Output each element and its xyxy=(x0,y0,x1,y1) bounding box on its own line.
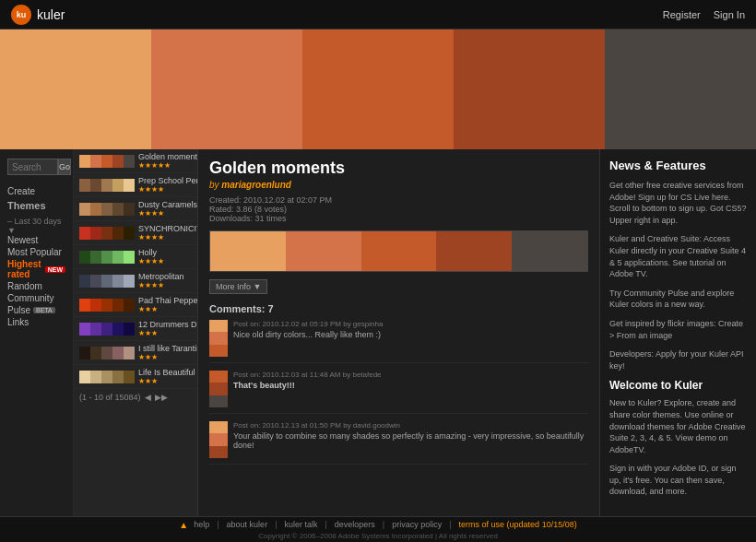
detail-preview xyxy=(209,230,588,272)
more-info-button[interactable]: More Info ▼ xyxy=(209,279,267,294)
theme-stars: ★★★★ xyxy=(138,209,197,218)
theme-stars: ★★★ xyxy=(138,329,198,337)
signin-link[interactable]: Sign In xyxy=(714,9,745,20)
detail-rated: Rated: 3.86 (8 votes) xyxy=(209,205,588,214)
theme-name: Dusty Caramels xyxy=(138,200,197,209)
news-item: Get other free creative services from Ad… xyxy=(609,180,747,226)
theme-list: Golden moments★★★★★Prep School Penda...★… xyxy=(74,149,198,516)
theme-swatch xyxy=(79,203,90,216)
sidebar-item-community[interactable]: Community xyxy=(7,293,65,303)
footer-link[interactable]: privacy policy xyxy=(392,520,442,529)
comment-color xyxy=(209,395,228,407)
comment-color xyxy=(209,332,228,344)
comment-color xyxy=(209,446,228,458)
detail-meta: Created: 2010.12.02 at 02:07 PM Rated: 3… xyxy=(209,195,588,223)
news-item: Get inspired by flickr images: Create > … xyxy=(609,318,747,341)
search-icon: Go xyxy=(59,162,70,171)
search-button[interactable]: Go xyxy=(58,159,71,175)
sidebar-item-random[interactable]: Random xyxy=(7,281,65,291)
sidebar-item-pulse[interactable]: Pulse BETA xyxy=(7,305,65,315)
kuler-logo-icon: ku xyxy=(11,5,31,25)
theme-swatch xyxy=(112,251,124,264)
sidebar-item-newest[interactable]: Newest xyxy=(7,235,65,245)
comment-date: Post on: 2010.12.02 at 05:19 PM by gespi… xyxy=(233,320,383,328)
register-link[interactable]: Register xyxy=(663,9,701,20)
theme-swatch xyxy=(79,179,90,192)
theme-swatch xyxy=(112,179,124,192)
comment-date: Post on: 2010.12.13 at 01:50 PM by david… xyxy=(233,421,588,430)
theme-name: Pad Thai Peppers xyxy=(138,296,198,305)
comments-title: Comments: 7 xyxy=(209,303,588,314)
theme-list-item[interactable]: Holly★★★★ xyxy=(74,245,197,269)
theme-list-item[interactable]: Pad Thai Peppers★★★ xyxy=(74,293,197,317)
theme-swatches xyxy=(79,347,135,359)
theme-swatches xyxy=(79,203,135,216)
comment-color xyxy=(209,345,228,357)
theme-swatches xyxy=(79,179,135,192)
hero-color-swatch xyxy=(0,29,151,149)
theme-list-item[interactable]: Life Is Beautiful (…★★★ xyxy=(74,365,197,389)
theme-swatch xyxy=(101,275,112,288)
theme-stars: ★★★★ xyxy=(138,257,192,265)
detail-header: Golden moments by mariagroenlund Created… xyxy=(209,159,588,303)
theme-swatch xyxy=(90,155,101,168)
comments-section: Comments: 7 Post on: 2010.12.02 at 05:19… xyxy=(209,303,588,465)
theme-swatch xyxy=(124,251,135,264)
theme-swatch xyxy=(79,299,90,312)
sidebar-item-most-popular[interactable]: Most Popular xyxy=(7,247,65,257)
theme-swatch xyxy=(112,323,124,336)
hero-color-strip xyxy=(0,29,756,149)
footer-link[interactable]: terms of use (updated 10/15/08) xyxy=(459,520,577,529)
news-panel: News & Features Get other free creative … xyxy=(599,149,756,516)
theme-swatch xyxy=(90,275,101,288)
theme-swatch xyxy=(124,275,135,288)
theme-stars: ★★★★ xyxy=(138,185,198,194)
theme-swatch xyxy=(112,299,124,312)
preview-swatch xyxy=(210,231,286,271)
footer-link[interactable]: about kuler xyxy=(227,520,268,529)
footer-copyright: Copyright © 2006–2008 Adobe Systems Inco… xyxy=(258,532,498,540)
theme-swatch xyxy=(112,371,124,383)
preview-swatch xyxy=(361,231,437,271)
theme-list-item[interactable]: I still like Tarantino★★★ xyxy=(74,341,197,365)
theme-swatch xyxy=(90,251,101,264)
prev-page[interactable]: ◀ xyxy=(145,393,151,402)
theme-swatch xyxy=(112,155,124,168)
theme-swatch xyxy=(101,251,112,264)
sidebar-item-links[interactable]: Links xyxy=(7,317,65,327)
comment-color xyxy=(209,383,228,395)
theme-list-item[interactable]: Prep School Penda...★★★★ xyxy=(74,173,197,197)
theme-list-item[interactable]: Golden moments★★★★★ xyxy=(74,149,197,173)
footer-link[interactable]: kuler talk xyxy=(284,520,317,529)
logo-area: ku kuler xyxy=(11,5,65,25)
theme-list-item[interactable]: Metropolitan★★★★ xyxy=(74,269,197,293)
theme-name: Holly xyxy=(138,248,192,257)
search-box: Go xyxy=(7,159,65,175)
next-page[interactable]: ▶▶ xyxy=(155,393,168,402)
signin-text: Sign in with your Adobe ID, or sign up, … xyxy=(609,463,747,498)
theme-list-item[interactable]: 12 Drummers Dru...★★★ xyxy=(74,317,197,341)
footer-link[interactable]: help xyxy=(194,520,209,529)
sidebar-item-highest-rated[interactable]: Highest rated NEW xyxy=(7,259,65,279)
theme-stars: ★★★ xyxy=(138,377,198,385)
theme-swatch xyxy=(101,227,112,240)
theme-list-item[interactable]: SYNCHRONICITY★★★★ xyxy=(74,221,197,245)
detail-author-name[interactable]: mariagroenlund xyxy=(221,180,291,190)
theme-swatch xyxy=(124,203,135,216)
theme-list-item[interactable]: Dusty Caramels★★★★ xyxy=(74,197,197,221)
theme-swatches xyxy=(79,251,135,264)
comment-swatch xyxy=(209,320,228,357)
theme-swatch xyxy=(101,179,112,192)
theme-swatch xyxy=(79,347,90,359)
sidebar: Go Create Themes – Last 30 days ▼ Newest… xyxy=(0,149,74,516)
theme-swatch xyxy=(112,227,124,240)
welcome-title: Welcome to Kuler xyxy=(609,379,747,392)
sidebar-item-create[interactable]: Create xyxy=(7,186,65,196)
main-content: Go Create Themes – Last 30 days ▼ Newest… xyxy=(0,149,756,516)
footer-link[interactable]: developers xyxy=(335,520,375,529)
theme-swatch xyxy=(124,179,135,192)
footer-links: help|about kuler|kuler talk|developers|p… xyxy=(194,520,576,529)
search-input[interactable] xyxy=(7,159,58,175)
footer-separator: | xyxy=(275,520,277,529)
theme-stars: ★★★ xyxy=(138,353,198,361)
